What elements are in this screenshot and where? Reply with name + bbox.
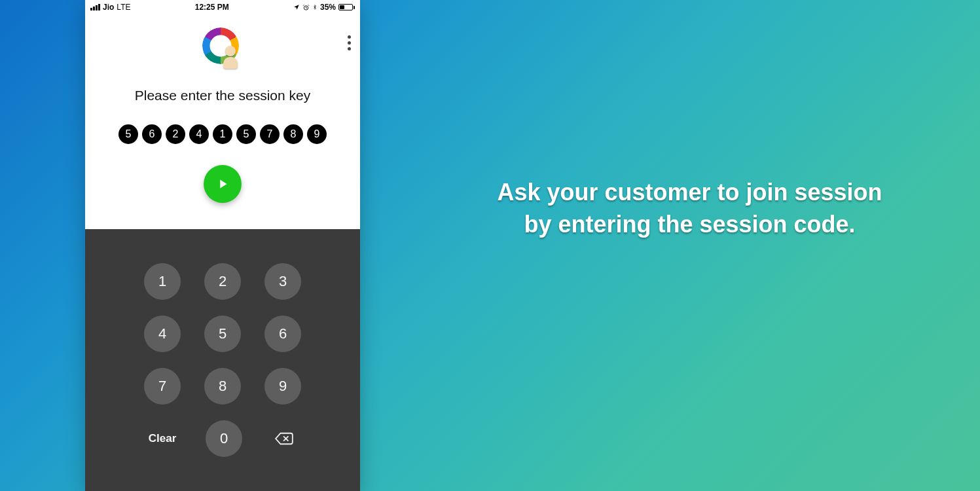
digit-cell: 4	[189, 124, 209, 144]
play-icon	[215, 177, 230, 191]
keypad-5[interactable]: 5	[204, 316, 241, 352]
keypad-7[interactable]: 7	[144, 368, 181, 405]
alarm-icon	[302, 4, 310, 11]
status-time: 12:25 PM	[130, 3, 293, 12]
signal-icon	[90, 4, 100, 10]
backspace-icon	[274, 431, 294, 446]
join-session-button[interactable]	[204, 165, 242, 203]
battery-icon	[338, 4, 355, 10]
keypad-clear[interactable]: Clear	[143, 420, 182, 457]
keypad-0[interactable]: 0	[206, 420, 242, 457]
digit-cell: 6	[142, 124, 162, 144]
network-label: LTE	[117, 3, 130, 12]
phone-frame: Jio LTE 12:25 PM 35%	[85, 0, 360, 491]
keypad-3[interactable]: 3	[264, 263, 301, 300]
session-key-display: 5 6 2 4 1 5 7 8 9	[85, 103, 360, 144]
phone-screen: Jio LTE 12:25 PM 35%	[85, 0, 360, 491]
promo-text: Ask your customer to join session by ent…	[439, 177, 941, 240]
keypad-2[interactable]: 2	[204, 263, 241, 300]
more-menu-button[interactable]	[348, 35, 351, 50]
keypad-6[interactable]: 6	[264, 316, 301, 352]
digit-cell: 1	[213, 124, 232, 144]
status-left: Jio LTE	[90, 3, 130, 12]
battery-pct: 35%	[320, 3, 336, 12]
marketing-slide: Ask your customer to join session by ent…	[0, 0, 980, 491]
digit-cell: 9	[307, 124, 327, 144]
keypad-1[interactable]: 1	[144, 263, 181, 300]
digit-cell: 2	[166, 124, 185, 144]
carrier-label: Jio	[103, 3, 114, 12]
digit-cell: 5	[236, 124, 256, 144]
digit-cell: 5	[118, 124, 138, 144]
numeric-keypad: 1 2 3 4 5 6 7 8 9 Clear 0	[85, 229, 360, 491]
digit-cell: 7	[260, 124, 280, 144]
logo-person-icon	[222, 46, 239, 69]
location-icon	[293, 4, 300, 10]
status-right: 35%	[293, 3, 355, 12]
session-prompt: Please enter the session key	[85, 72, 360, 103]
keypad-9[interactable]: 9	[264, 368, 301, 405]
keypad-4[interactable]: 4	[144, 316, 181, 352]
digit-cell: 8	[283, 124, 303, 144]
status-bar: Jio LTE 12:25 PM 35%	[85, 0, 360, 14]
keypad-backspace[interactable]	[266, 420, 302, 457]
keypad-8[interactable]: 8	[204, 368, 241, 405]
bluetooth-icon	[312, 3, 318, 11]
promo-line-1: Ask your customer to join session	[439, 177, 941, 209]
session-entry-area: Please enter the session key 5 6 2 4 1 5…	[85, 14, 360, 229]
app-logo	[85, 14, 360, 72]
promo-line-2: by entering the session code.	[439, 209, 941, 241]
